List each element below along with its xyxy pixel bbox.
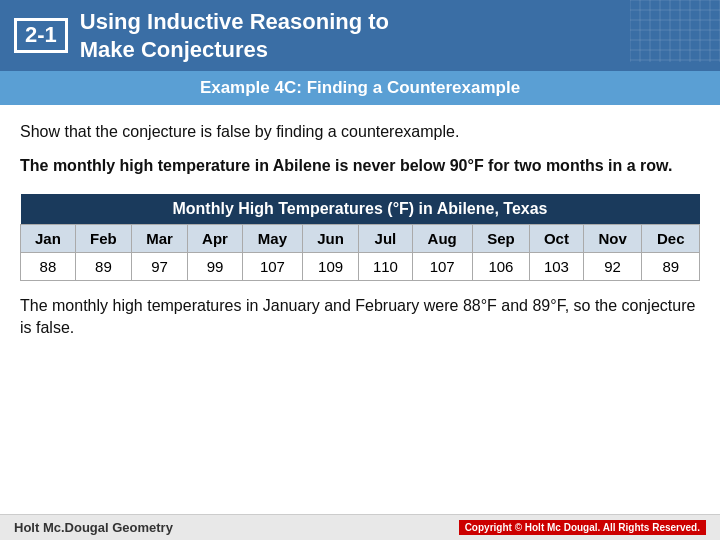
table-data-cell: 92	[583, 252, 642, 280]
table-header-cell: Aug	[412, 224, 472, 252]
table-data-cell: 106	[472, 252, 529, 280]
temperature-table-wrapper: Monthly High Temperatures (°F) in Abilen…	[20, 194, 700, 281]
table-header-cell: Oct	[530, 224, 584, 252]
lesson-badge: 2-1	[14, 18, 68, 52]
page-header: 2-1 Using Inductive Reasoning to Make Co…	[0, 0, 720, 71]
header-title-line1: Using Inductive Reasoning to	[80, 9, 389, 34]
table-data-cell: 103	[530, 252, 584, 280]
table-header-row: JanFebMarAprMayJunJulAugSepOctNovDec	[21, 224, 700, 252]
table-data-cell: 88	[21, 252, 76, 280]
table-header-cell: Nov	[583, 224, 642, 252]
table-header-cell: Mar	[131, 224, 187, 252]
svg-rect-1	[630, 0, 720, 62]
table-header-cell: Sep	[472, 224, 529, 252]
conclusion-text: The monthly high temperatures in January…	[20, 295, 700, 340]
main-content: Show that the conjecture is false by fin…	[0, 105, 720, 360]
table-data-row: 888997991071091101071061039289	[21, 252, 700, 280]
table-data-cell: 107	[412, 252, 472, 280]
footer-copyright: Copyright © Holt Mc Dougal. All Rights R…	[459, 520, 706, 535]
footer-brand: Holt Mc.Dougal Geometry	[14, 520, 173, 535]
table-data-cell: 89	[642, 252, 700, 280]
header-title-line2: Make Conjectures	[80, 37, 268, 62]
table-header-cell: May	[242, 224, 302, 252]
table-data-cell: 107	[242, 252, 302, 280]
header-title: Using Inductive Reasoning to Make Conjec…	[80, 8, 389, 63]
table-data-cell: 89	[75, 252, 131, 280]
page-footer: Holt Mc.Dougal Geometry Copyright © Holt…	[0, 514, 720, 540]
table-header-cell: Dec	[642, 224, 700, 252]
table-header-cell: Jun	[303, 224, 359, 252]
table-data-cell: 109	[303, 252, 359, 280]
table-header-cell: Feb	[75, 224, 131, 252]
table-header-cell: Apr	[188, 224, 243, 252]
example-title: Example 4C: Finding a Counterexample	[0, 71, 720, 105]
table-data-cell: 99	[188, 252, 243, 280]
table-title: Monthly High Temperatures (°F) in Abilen…	[21, 194, 700, 225]
problem-statement: The monthly high temperature in Abilene …	[20, 155, 700, 177]
temperature-table: Monthly High Temperatures (°F) in Abilen…	[20, 194, 700, 281]
table-data-cell: 97	[131, 252, 187, 280]
instruction-text: Show that the conjecture is false by fin…	[20, 121, 700, 143]
table-header-cell: Jul	[359, 224, 413, 252]
table-header-cell: Jan	[21, 224, 76, 252]
table-data-cell: 110	[359, 252, 413, 280]
